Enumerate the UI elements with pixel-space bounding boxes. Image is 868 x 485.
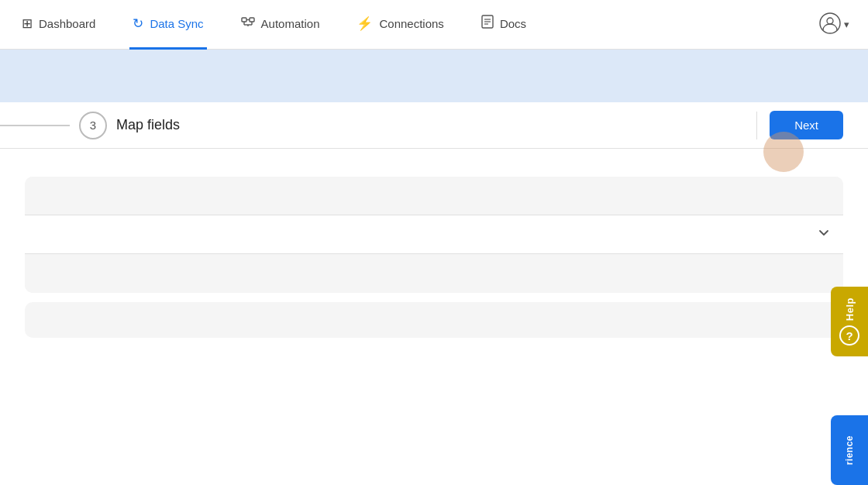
step-bar-divider xyxy=(756,112,757,139)
main-content xyxy=(0,149,868,338)
field-row-3 xyxy=(25,254,843,293)
connections-icon: ⚡ xyxy=(356,15,373,32)
docs-icon xyxy=(481,15,494,33)
field-row-dropdown[interactable] xyxy=(25,215,843,254)
step-number: 3 xyxy=(79,112,107,139)
data-sync-icon: ↻ xyxy=(133,15,143,32)
svg-rect-0 xyxy=(242,18,246,22)
next-button[interactable]: Next xyxy=(770,111,843,139)
experience-label: rience xyxy=(844,435,855,465)
svg-point-12 xyxy=(827,18,833,24)
nav-label-automation: Automation xyxy=(261,17,320,30)
user-avatar-icon xyxy=(819,12,841,36)
blue-banner xyxy=(0,50,868,102)
svg-point-11 xyxy=(820,13,840,33)
nav-item-data-sync[interactable]: ↻ Data Sync xyxy=(129,0,206,50)
svg-rect-1 xyxy=(250,18,254,22)
experience-button[interactable]: rience xyxy=(831,415,868,485)
help-button[interactable]: Help ? xyxy=(831,287,868,356)
nav-label-connections: Connections xyxy=(379,17,443,30)
nav-item-docs[interactable]: Docs xyxy=(478,0,529,50)
user-dropdown-arrow: ▾ xyxy=(844,19,849,30)
chevron-down-icon xyxy=(817,225,831,243)
help-label: Help xyxy=(844,298,856,321)
field-row-1 xyxy=(25,177,843,215)
fields-container xyxy=(25,177,843,293)
step-bar: 3 Map fields Next xyxy=(0,102,868,149)
help-circle-icon: ? xyxy=(839,325,859,346)
nav-item-dashboard[interactable]: ⊞ Dashboard xyxy=(19,0,98,50)
bottom-content-row xyxy=(25,302,843,338)
dashboard-icon: ⊞ xyxy=(22,15,33,32)
nav-item-connections[interactable]: ⚡ Connections xyxy=(353,0,446,50)
help-question-icon: ? xyxy=(846,329,852,342)
nav-label-data-sync: Data Sync xyxy=(150,17,203,30)
main-navigation: ⊞ Dashboard ↻ Data Sync Automation ⚡ Con… xyxy=(0,0,868,50)
nav-label-dashboard: Dashboard xyxy=(39,17,95,30)
nav-label-docs: Docs xyxy=(500,17,526,30)
step-title: Map fields xyxy=(116,117,180,133)
user-menu[interactable]: ▾ xyxy=(819,12,849,36)
step-line xyxy=(0,125,70,126)
automation-icon xyxy=(241,15,255,33)
step-bar-actions: Next xyxy=(756,111,868,139)
nav-item-automation[interactable]: Automation xyxy=(238,0,323,50)
